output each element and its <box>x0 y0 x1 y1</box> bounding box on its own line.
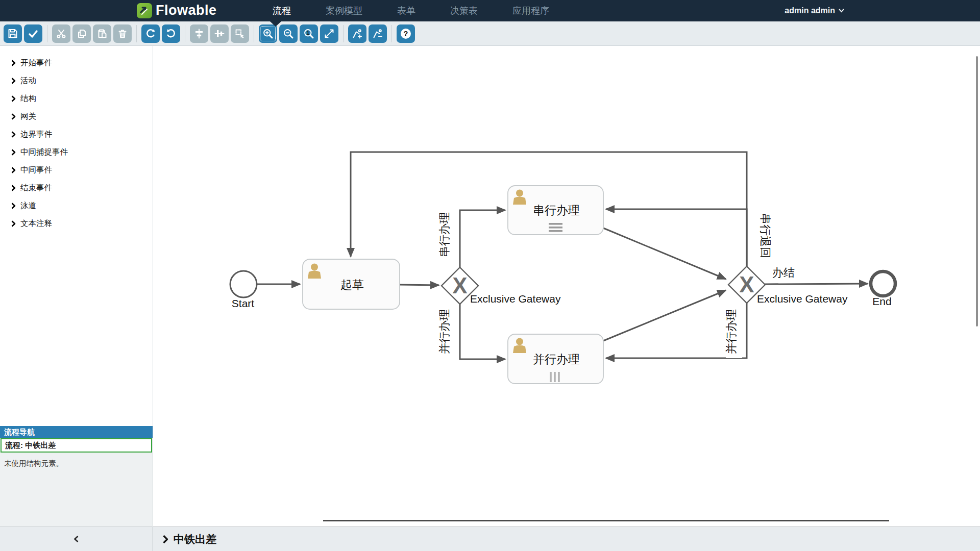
flow-gateway1-to-parallel[interactable] <box>460 304 505 359</box>
palette-group-structure[interactable]: 结构 <box>0 90 153 108</box>
redo-icon <box>145 28 156 39</box>
palette-group-gateways[interactable]: 网关 <box>0 108 153 126</box>
flow-serial-to-gateway2[interactable] <box>603 228 726 279</box>
stencil-palette: 开始事件 活动 结构 网关 边界事件 中间捕捉事件 中间事件 结束事件 泳道 文… <box>0 46 153 233</box>
tab-processes[interactable]: 流程 <box>255 0 308 21</box>
delete-button[interactable] <box>113 24 132 43</box>
remove-bendpoint-button[interactable] <box>369 24 387 43</box>
palette-group-text-annotation[interactable]: 文本注释 <box>0 215 153 233</box>
logo-wordmark: Flowable <box>156 3 217 18</box>
remove-bendpoint-icon <box>372 28 383 39</box>
serial-task-node[interactable]: 串行办理 <box>508 186 603 235</box>
help-button[interactable]: ? <box>397 24 415 43</box>
scissors-icon <box>56 28 67 39</box>
parallel-multi-instance-icon <box>550 372 560 382</box>
toolbar-separator <box>254 25 254 42</box>
start-event-label: Start <box>232 297 255 309</box>
palette-group-swimlanes[interactable]: 泳道 <box>0 197 153 215</box>
navigator-current-process[interactable]: 流程: 中铁出差 <box>1 438 152 453</box>
align-vertical-icon <box>214 28 225 39</box>
gateway1-label: Exclusive Gateway <box>470 293 561 305</box>
palette-group-end-events[interactable]: 结束事件 <box>0 179 153 197</box>
palette-group-label: 活动 <box>20 76 36 86</box>
user-menu[interactable]: admin admin <box>785 0 844 21</box>
validate-button[interactable] <box>24 24 42 43</box>
copy-icon <box>76 28 87 39</box>
collapse-sidebar-button[interactable] <box>0 527 153 551</box>
chevron-right-icon <box>11 220 16 227</box>
zoom-fit-button[interactable] <box>320 24 338 43</box>
undo-button[interactable] <box>162 24 180 43</box>
gateway2-label: Exclusive Gateway <box>757 293 848 305</box>
zoom-actual-icon: 1 <box>303 28 314 39</box>
navigator-empty-note: 未使用结构元素。 <box>0 453 153 474</box>
diagram-canvas[interactable]: 串行办理 并行办理 串行退回 并行办理 办结 Start 起草 X Exclus… <box>153 46 980 527</box>
palette-group-intermediate-events[interactable]: 中间事件 <box>0 161 153 179</box>
flowable-logo[interactable]: Flowable <box>137 3 217 18</box>
main-nav-tabs: 流程 案例模型 表单 决策表 应用程序 <box>255 0 567 21</box>
zoom-out-icon <box>283 28 294 39</box>
paste-button[interactable] <box>93 24 111 43</box>
draft-task-node[interactable]: 起草 <box>303 259 400 309</box>
same-size-button[interactable] <box>231 24 249 43</box>
vertical-scrollbar-thumb[interactable] <box>976 56 978 327</box>
horizontal-scrollbar-thumb[interactable] <box>323 520 889 521</box>
save-icon <box>7 28 18 39</box>
flowable-modeler-app: Flowable 流程 案例模型 表单 决策表 应用程序 admin admin <box>0 0 980 551</box>
edge-label-parallel-route: 并行办理 <box>438 309 451 354</box>
active-tab-caret <box>270 21 281 27</box>
tab-decision-tables[interactable]: 决策表 <box>433 0 495 21</box>
toolbar-separator <box>343 25 344 42</box>
flow-gateway1-to-serial[interactable] <box>460 210 505 267</box>
flow-parallel-to-gateway2[interactable] <box>603 290 726 341</box>
parallel-task-label: 并行办理 <box>533 353 580 366</box>
copy-button[interactable] <box>72 24 91 43</box>
chevron-right-icon <box>11 95 16 102</box>
chevron-right-icon[interactable] <box>162 535 168 544</box>
toolbar-separator <box>47 25 47 42</box>
paste-icon <box>96 28 108 39</box>
flow-draft-to-gateway1[interactable] <box>400 285 439 285</box>
tab-apps[interactable]: 应用程序 <box>495 0 567 21</box>
redo-button[interactable] <box>141 24 160 43</box>
align-horizontal-button[interactable] <box>190 24 208 43</box>
flow-gateway2-to-end[interactable] <box>765 284 868 284</box>
help-icon: ? <box>400 28 412 40</box>
palette-group-start-events[interactable]: 开始事件 <box>0 54 153 72</box>
palette-group-intermediate-catching-events[interactable]: 中间捕捉事件 <box>0 143 153 161</box>
exclusive-gateway1-node[interactable]: X Exclusive Gateway <box>442 267 561 305</box>
model-name: 中铁出差 <box>174 532 216 546</box>
chevron-right-icon <box>11 131 16 138</box>
parallel-task-node[interactable]: 并行办理 <box>508 334 603 384</box>
zoom-actual-button[interactable]: 1 <box>300 24 318 43</box>
zoom-in-button[interactable] <box>259 24 277 43</box>
chevron-right-icon <box>11 203 16 209</box>
chevron-right-icon <box>11 113 16 120</box>
end-event-label: End <box>872 295 891 307</box>
palette-group-label: 泳道 <box>20 201 36 211</box>
palette-group-activities[interactable]: 活动 <box>0 72 153 90</box>
start-event-node[interactable]: Start <box>230 271 257 309</box>
edge-label-serial-route: 串行办理 <box>438 212 451 257</box>
bottom-model-bar: 中铁出差 <box>153 527 980 551</box>
toolbar-separator <box>391 25 392 42</box>
palette-group-boundary-events[interactable]: 边界事件 <box>0 126 153 143</box>
cut-button[interactable] <box>52 24 70 43</box>
palette-group-label: 边界事件 <box>20 129 52 140</box>
draft-task-label: 起草 <box>340 278 364 291</box>
tab-case-models[interactable]: 案例模型 <box>308 0 380 21</box>
save-button[interactable] <box>4 24 22 43</box>
edge-label-serial-return: 串行退回 <box>759 213 772 258</box>
serial-task-label: 串行办理 <box>533 204 580 217</box>
top-navbar: Flowable 流程 案例模型 表单 决策表 应用程序 admin admin <box>0 0 980 21</box>
end-event-node[interactable]: End <box>871 271 895 307</box>
toolbar-separator <box>185 25 185 42</box>
add-bendpoint-button[interactable] <box>348 24 366 43</box>
stencil-sidebar: 开始事件 活动 结构 网关 边界事件 中间捕捉事件 中间事件 结束事件 泳道 文… <box>0 46 153 527</box>
zoom-out-button[interactable] <box>279 24 298 43</box>
align-vertical-button[interactable] <box>210 24 229 43</box>
add-bendpoint-icon <box>352 28 363 39</box>
edge-label-finish: 办结 <box>772 266 795 279</box>
edge-label-parallel-return: 并行办理 <box>725 309 738 354</box>
tab-forms[interactable]: 表单 <box>380 0 433 21</box>
